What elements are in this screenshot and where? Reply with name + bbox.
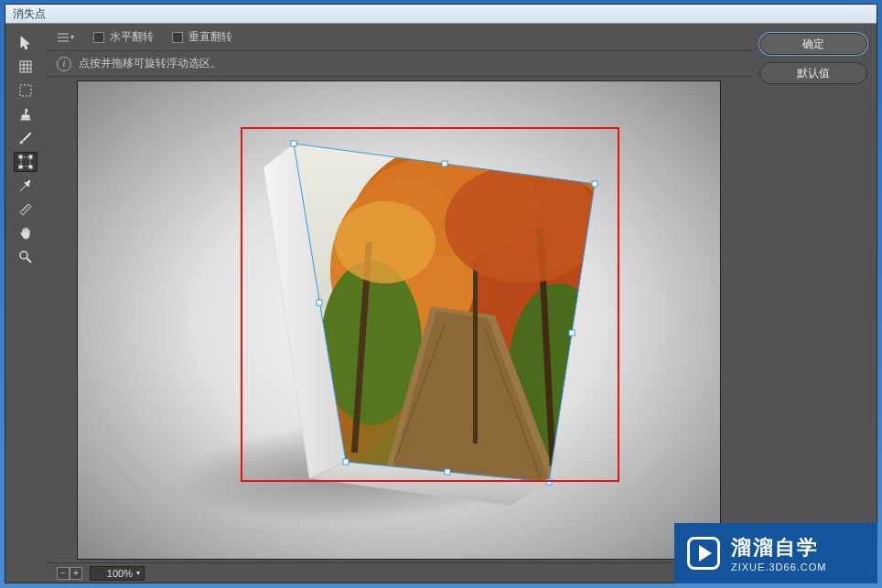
arrow-tool[interactable]	[14, 33, 38, 53]
svg-rect-44	[546, 479, 552, 485]
svg-line-13	[27, 206, 28, 208]
brush-tool[interactable]	[14, 128, 38, 148]
flip-horizontal-checkbox[interactable]	[93, 32, 104, 43]
box-3d[interactable]	[239, 123, 623, 517]
svg-rect-47	[317, 300, 322, 305]
svg-point-37	[445, 165, 600, 283]
info-icon: i	[57, 57, 71, 71]
svg-rect-42	[592, 181, 597, 187]
title-bar[interactable]: 消失点	[5, 5, 877, 24]
svg-rect-7	[19, 155, 22, 158]
svg-rect-46	[343, 459, 349, 465]
zoom-stepper: − +	[57, 567, 82, 580]
flip-vertical-group[interactable]: 垂直翻转	[172, 29, 232, 45]
watermark-title: 溜溜自学	[731, 534, 826, 561]
main-area: 水平翻转 垂直翻转 i 点按并拖移可旋转浮动选区。	[46, 24, 752, 583]
info-text: 点按并拖移可旋转浮动选区。	[79, 56, 221, 71]
play-icon	[687, 537, 720, 570]
flip-vertical-checkbox[interactable]	[172, 32, 183, 43]
hand-tool[interactable]	[14, 223, 38, 243]
flyout-menu-icon[interactable]	[57, 31, 75, 44]
right-panel: 确定 默认值	[752, 24, 877, 583]
svg-rect-9	[19, 166, 22, 168]
svg-point-38	[335, 201, 436, 283]
flip-horizontal-group[interactable]: 水平翻转	[93, 29, 154, 45]
measure-tool[interactable]	[14, 199, 38, 219]
eyedropper-tool[interactable]	[14, 176, 38, 196]
stamp-tool[interactable]	[14, 104, 38, 124]
svg-line-15	[27, 258, 31, 262]
watermark: 溜溜自学 ZIXUE.3D66.COM	[674, 523, 877, 583]
watermark-sub: ZIXUE.3D66.COM	[731, 561, 826, 572]
ok-button[interactable]: 确定	[759, 33, 867, 55]
svg-rect-8	[29, 155, 32, 158]
svg-point-14	[20, 251, 27, 259]
info-bar: i 点按并拖移可旋转浮动选区。	[46, 51, 752, 77]
ok-button-label: 确定	[802, 37, 824, 52]
svg-line-12	[25, 208, 27, 209]
svg-line-11	[23, 209, 25, 211]
svg-rect-43	[569, 330, 575, 336]
svg-rect-40	[291, 141, 296, 146]
window-title: 消失点	[13, 6, 46, 22]
create-plane-tool[interactable]	[14, 57, 38, 77]
status-bar: − + 100% ▾	[46, 562, 752, 583]
canvas-area	[46, 77, 752, 562]
transform-tool[interactable]	[14, 152, 38, 172]
flip-horizontal-label: 水平翻转	[110, 29, 154, 45]
options-bar: 水平翻转 垂直翻转	[46, 24, 752, 51]
svg-rect-5	[20, 85, 31, 96]
svg-rect-41	[442, 161, 447, 166]
svg-rect-10	[29, 166, 32, 168]
toolbar	[5, 24, 46, 583]
svg-rect-35	[473, 261, 478, 444]
canvas[interactable]	[77, 80, 721, 560]
default-button-label: 默认值	[797, 66, 830, 81]
zoom-in-button[interactable]: +	[70, 567, 82, 580]
zoom-value: 100%	[107, 568, 133, 579]
vanishing-point-window: 消失点	[5, 4, 877, 583]
default-button[interactable]: 默认值	[759, 62, 867, 84]
marquee-tool[interactable]	[14, 80, 38, 101]
flip-vertical-label: 垂直翻转	[188, 29, 232, 45]
zoom-out-button[interactable]: −	[57, 567, 70, 580]
chevron-down-icon: ▾	[136, 569, 140, 577]
zoom-select[interactable]: 100% ▾	[90, 566, 145, 581]
svg-rect-45	[445, 469, 450, 475]
zoom-tool[interactable]	[14, 247, 38, 267]
content-area: 水平翻转 垂直翻转 i 点按并拖移可旋转浮动选区。	[5, 24, 877, 583]
svg-rect-0	[20, 61, 31, 72]
